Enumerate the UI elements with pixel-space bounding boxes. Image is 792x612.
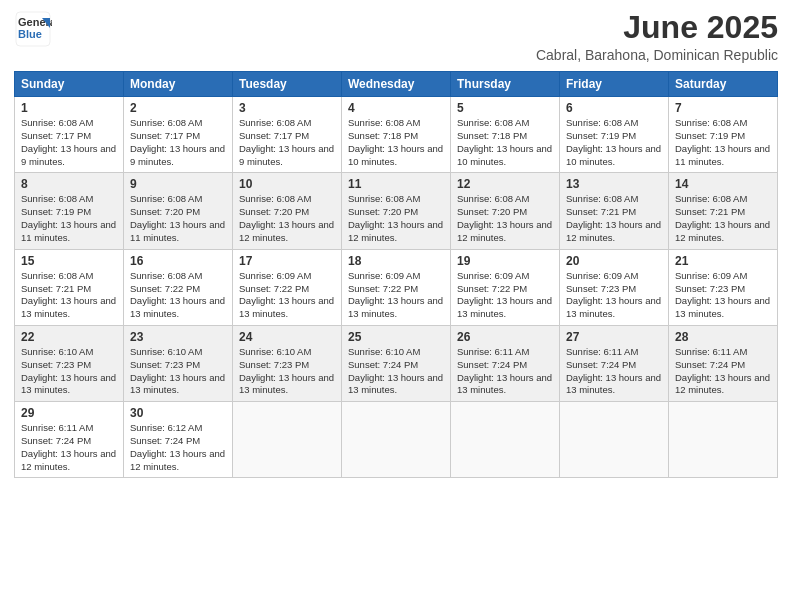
calendar-cell: 6Sunrise: 6:08 AMSunset: 7:19 PMDaylight… [560, 97, 669, 173]
calendar-cell: 13Sunrise: 6:08 AMSunset: 7:21 PMDayligh… [560, 173, 669, 249]
calendar-cell: 12Sunrise: 6:08 AMSunset: 7:20 PMDayligh… [451, 173, 560, 249]
day-info: Sunrise: 6:08 AMSunset: 7:20 PMDaylight:… [130, 193, 226, 244]
calendar-cell: 17Sunrise: 6:09 AMSunset: 7:22 PMDayligh… [233, 249, 342, 325]
day-info: Sunrise: 6:09 AMSunset: 7:23 PMDaylight:… [675, 270, 771, 321]
calendar-cell [669, 402, 778, 478]
day-info: Sunrise: 6:08 AMSunset: 7:19 PMDaylight:… [675, 117, 771, 168]
day-info: Sunrise: 6:11 AMSunset: 7:24 PMDaylight:… [675, 346, 771, 397]
calendar-cell [342, 402, 451, 478]
day-info: Sunrise: 6:10 AMSunset: 7:24 PMDaylight:… [348, 346, 444, 397]
logo: General Blue [14, 10, 52, 48]
day-info: Sunrise: 6:08 AMSunset: 7:21 PMDaylight:… [566, 193, 662, 244]
day-info: Sunrise: 6:08 AMSunset: 7:18 PMDaylight:… [348, 117, 444, 168]
day-number: 24 [239, 330, 335, 344]
day-number: 27 [566, 330, 662, 344]
day-number: 11 [348, 177, 444, 191]
day-info: Sunrise: 6:10 AMSunset: 7:23 PMDaylight:… [130, 346, 226, 397]
day-number: 9 [130, 177, 226, 191]
day-number: 14 [675, 177, 771, 191]
title-group: June 2025 Cabral, Barahona, Dominican Re… [536, 10, 778, 63]
calendar-cell: 28Sunrise: 6:11 AMSunset: 7:24 PMDayligh… [669, 325, 778, 401]
weekday-header-thursday: Thursday [451, 72, 560, 97]
calendar-cell: 21Sunrise: 6:09 AMSunset: 7:23 PMDayligh… [669, 249, 778, 325]
calendar-cell [451, 402, 560, 478]
calendar-cell: 25Sunrise: 6:10 AMSunset: 7:24 PMDayligh… [342, 325, 451, 401]
day-number: 2 [130, 101, 226, 115]
weekday-header-wednesday: Wednesday [342, 72, 451, 97]
day-number: 7 [675, 101, 771, 115]
main-title: June 2025 [536, 10, 778, 45]
weekday-header-tuesday: Tuesday [233, 72, 342, 97]
day-number: 29 [21, 406, 117, 420]
day-info: Sunrise: 6:08 AMSunset: 7:21 PMDaylight:… [21, 270, 117, 321]
day-number: 4 [348, 101, 444, 115]
calendar-cell: 10Sunrise: 6:08 AMSunset: 7:20 PMDayligh… [233, 173, 342, 249]
day-number: 18 [348, 254, 444, 268]
day-number: 25 [348, 330, 444, 344]
calendar-cell: 11Sunrise: 6:08 AMSunset: 7:20 PMDayligh… [342, 173, 451, 249]
week-row-2: 8Sunrise: 6:08 AMSunset: 7:19 PMDaylight… [15, 173, 778, 249]
day-number: 3 [239, 101, 335, 115]
day-number: 5 [457, 101, 553, 115]
day-number: 6 [566, 101, 662, 115]
calendar-cell: 24Sunrise: 6:10 AMSunset: 7:23 PMDayligh… [233, 325, 342, 401]
day-number: 13 [566, 177, 662, 191]
week-row-3: 15Sunrise: 6:08 AMSunset: 7:21 PMDayligh… [15, 249, 778, 325]
day-info: Sunrise: 6:11 AMSunset: 7:24 PMDaylight:… [566, 346, 662, 397]
week-row-5: 29Sunrise: 6:11 AMSunset: 7:24 PMDayligh… [15, 402, 778, 478]
day-info: Sunrise: 6:10 AMSunset: 7:23 PMDaylight:… [239, 346, 335, 397]
calendar-cell: 7Sunrise: 6:08 AMSunset: 7:19 PMDaylight… [669, 97, 778, 173]
day-info: Sunrise: 6:08 AMSunset: 7:20 PMDaylight:… [457, 193, 553, 244]
week-row-4: 22Sunrise: 6:10 AMSunset: 7:23 PMDayligh… [15, 325, 778, 401]
day-number: 26 [457, 330, 553, 344]
day-number: 19 [457, 254, 553, 268]
day-number: 20 [566, 254, 662, 268]
calendar-cell: 3Sunrise: 6:08 AMSunset: 7:17 PMDaylight… [233, 97, 342, 173]
calendar-cell: 29Sunrise: 6:11 AMSunset: 7:24 PMDayligh… [15, 402, 124, 478]
calendar-cell: 27Sunrise: 6:11 AMSunset: 7:24 PMDayligh… [560, 325, 669, 401]
day-info: Sunrise: 6:08 AMSunset: 7:20 PMDaylight:… [348, 193, 444, 244]
day-number: 22 [21, 330, 117, 344]
weekday-header-saturday: Saturday [669, 72, 778, 97]
day-info: Sunrise: 6:08 AMSunset: 7:17 PMDaylight:… [130, 117, 226, 168]
calendar-cell: 5Sunrise: 6:08 AMSunset: 7:18 PMDaylight… [451, 97, 560, 173]
day-info: Sunrise: 6:08 AMSunset: 7:21 PMDaylight:… [675, 193, 771, 244]
calendar-cell: 15Sunrise: 6:08 AMSunset: 7:21 PMDayligh… [15, 249, 124, 325]
day-number: 15 [21, 254, 117, 268]
day-info: Sunrise: 6:11 AMSunset: 7:24 PMDaylight:… [457, 346, 553, 397]
day-number: 8 [21, 177, 117, 191]
day-number: 12 [457, 177, 553, 191]
day-info: Sunrise: 6:08 AMSunset: 7:19 PMDaylight:… [566, 117, 662, 168]
day-info: Sunrise: 6:09 AMSunset: 7:22 PMDaylight:… [348, 270, 444, 321]
day-info: Sunrise: 6:08 AMSunset: 7:18 PMDaylight:… [457, 117, 553, 168]
day-number: 16 [130, 254, 226, 268]
calendar-cell: 2Sunrise: 6:08 AMSunset: 7:17 PMDaylight… [124, 97, 233, 173]
day-number: 21 [675, 254, 771, 268]
calendar-cell: 8Sunrise: 6:08 AMSunset: 7:19 PMDaylight… [15, 173, 124, 249]
calendar-cell [560, 402, 669, 478]
calendar-cell: 14Sunrise: 6:08 AMSunset: 7:21 PMDayligh… [669, 173, 778, 249]
day-info: Sunrise: 6:09 AMSunset: 7:23 PMDaylight:… [566, 270, 662, 321]
calendar-cell: 4Sunrise: 6:08 AMSunset: 7:18 PMDaylight… [342, 97, 451, 173]
day-info: Sunrise: 6:08 AMSunset: 7:22 PMDaylight:… [130, 270, 226, 321]
day-info: Sunrise: 6:08 AMSunset: 7:17 PMDaylight:… [239, 117, 335, 168]
day-number: 28 [675, 330, 771, 344]
calendar-cell: 18Sunrise: 6:09 AMSunset: 7:22 PMDayligh… [342, 249, 451, 325]
day-info: Sunrise: 6:08 AMSunset: 7:19 PMDaylight:… [21, 193, 117, 244]
day-number: 10 [239, 177, 335, 191]
weekday-header-sunday: Sunday [15, 72, 124, 97]
day-number: 17 [239, 254, 335, 268]
calendar-cell: 30Sunrise: 6:12 AMSunset: 7:24 PMDayligh… [124, 402, 233, 478]
weekday-header-monday: Monday [124, 72, 233, 97]
day-info: Sunrise: 6:11 AMSunset: 7:24 PMDaylight:… [21, 422, 117, 473]
page: General Blue June 2025 Cabral, Barahona,… [0, 0, 792, 612]
day-info: Sunrise: 6:08 AMSunset: 7:20 PMDaylight:… [239, 193, 335, 244]
calendar-cell: 23Sunrise: 6:10 AMSunset: 7:23 PMDayligh… [124, 325, 233, 401]
calendar-cell: 9Sunrise: 6:08 AMSunset: 7:20 PMDaylight… [124, 173, 233, 249]
weekday-header-friday: Friday [560, 72, 669, 97]
calendar-cell: 22Sunrise: 6:10 AMSunset: 7:23 PMDayligh… [15, 325, 124, 401]
day-info: Sunrise: 6:08 AMSunset: 7:17 PMDaylight:… [21, 117, 117, 168]
day-info: Sunrise: 6:10 AMSunset: 7:23 PMDaylight:… [21, 346, 117, 397]
day-number: 23 [130, 330, 226, 344]
calendar-cell [233, 402, 342, 478]
